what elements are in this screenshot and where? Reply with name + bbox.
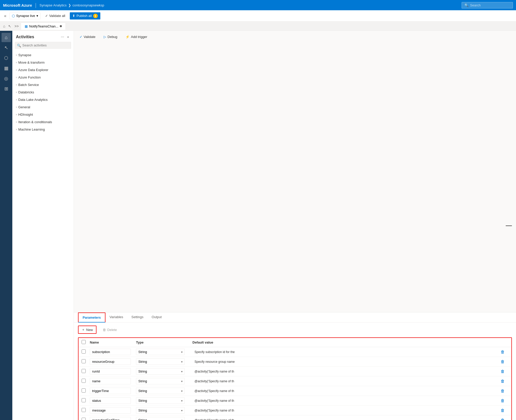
canvas-action-bar: ✓ Validate ▷ Debug ⚡ Add trigger <box>78 34 149 40</box>
row-type-select-5[interactable]: String Int Float Bool Array Object <box>136 397 185 404</box>
row-default-value-0[interactable]: Specify subscription id for the <box>192 349 499 355</box>
row-checkbox-2[interactable] <box>82 369 86 373</box>
pipeline-tab-name: NotifyTeamsChan... <box>29 24 58 28</box>
search-input[interactable] <box>15 42 71 49</box>
select-all-checkbox[interactable] <box>82 340 86 344</box>
publish-all-button[interactable]: ⬆ Publish all 1 <box>70 12 100 19</box>
row-default-value-1[interactable]: Specify resource group name <box>192 359 499 365</box>
row-delete-cell-1: 🗑 <box>499 359 508 365</box>
row-type-select-0[interactable]: String Int Float Bool Array Object <box>136 349 185 355</box>
activity-group-batch-header[interactable]: › Batch Service <box>12 81 74 89</box>
validate-button[interactable]: ✓ Validate <box>78 34 97 40</box>
row-type-wrapper-3: String Int Float Bool Array Object <box>136 378 185 384</box>
validate-all-button[interactable]: ✓ Validate all <box>43 13 68 19</box>
delete-parameter-button[interactable]: 🗑 Delete <box>100 327 120 333</box>
row-name-input-4[interactable] <box>90 388 131 394</box>
collapse-panel-btn[interactable]: « <box>66 34 70 40</box>
activities-panel: Activities ⋯ « 🔍 › Synapse › Move & tran… <box>12 31 74 420</box>
tab-parameters[interactable]: Parameters <box>78 312 105 323</box>
activity-group-datalake-header[interactable]: › Data Lake Analytics <box>12 96 74 103</box>
collapse-line <box>506 226 512 226</box>
row-checkbox-3[interactable] <box>82 379 86 383</box>
row-type-select-6[interactable]: String Int Float Bool Array Object <box>136 407 185 414</box>
tab-variables[interactable]: Variables <box>105 312 127 323</box>
row-type-select-3[interactable]: String Int Float Bool Array Object <box>136 378 185 384</box>
row-delete-button-0[interactable]: 🗑 <box>499 349 506 355</box>
plus-icon: ＋ <box>82 327 85 332</box>
global-search[interactable]: 🔍 Search <box>462 2 513 8</box>
row-type-select-7[interactable]: String Int Float Bool Array Object <box>136 417 185 420</box>
group-label: Batch Service <box>18 83 39 87</box>
row-name-input-0[interactable] <box>90 349 131 355</box>
row-checkbox-0[interactable] <box>82 349 86 354</box>
activity-group-general-header[interactable]: › General <box>12 103 74 111</box>
separator: | <box>35 2 36 8</box>
table-row: String Int Float Bool Array Object Speci… <box>79 357 511 367</box>
row-name-input-3[interactable] <box>90 378 131 384</box>
add-trigger-label: Add trigger <box>131 35 147 39</box>
activity-group-batch: › Batch Service <box>12 81 74 89</box>
activity-group-hdinsight-header[interactable]: › HDInsight <box>12 111 74 118</box>
row-default-value-6[interactable]: @activity('Specify name of th <box>192 408 499 413</box>
row-delete-button-2[interactable]: 🗑 <box>499 369 506 374</box>
row-delete-button-3[interactable]: 🗑 <box>499 378 506 384</box>
sidebar-item-cursor[interactable]: ↖ <box>2 43 11 52</box>
tab-settings[interactable]: Settings <box>127 312 148 323</box>
activity-group-databricks-header[interactable]: › Databricks <box>12 89 74 96</box>
expand-panel-btn[interactable]: ⋯ <box>60 34 65 40</box>
sidebar-item-monitor[interactable]: ◎ <box>2 74 11 83</box>
row-checkbox-7[interactable] <box>82 418 86 420</box>
sidebar-item-pipelines[interactable]: ▦ <box>2 64 11 73</box>
sidebar-item-data[interactable]: ⬡ <box>2 53 11 63</box>
row-type-select-1[interactable]: String Int Float Bool Array Object <box>136 358 185 365</box>
row-checkbox-cell-1 <box>82 359 90 364</box>
debug-button[interactable]: ▷ Debug <box>102 34 119 40</box>
row-checkbox-6[interactable] <box>82 408 86 412</box>
sidebar-item-manage[interactable]: ⊞ <box>2 84 11 93</box>
row-name-input-2[interactable] <box>90 368 131 375</box>
row-default-value-7[interactable]: @activity('Specify name of th <box>192 417 499 420</box>
row-default-value-4[interactable]: @activity('Specify name of th <box>192 388 499 394</box>
sidebar-item-home[interactable]: ⌂ <box>2 33 11 42</box>
nav-forward-btn[interactable]: ↖ <box>7 23 12 29</box>
row-delete-button-1[interactable]: 🗑 <box>499 359 506 365</box>
activity-group-iteration-header[interactable]: › Iteration & conditionals <box>12 118 74 126</box>
pipeline-tab[interactable]: ▦ NotifyTeamsChan... <box>21 23 66 30</box>
synapse-live-dropdown[interactable]: ⬡ Synapse live ▾ <box>9 13 41 19</box>
row-name-cell-1 <box>90 358 136 365</box>
activity-group-explorer-header[interactable]: › Azure Data Explorer <box>12 66 74 74</box>
activity-group-synapse-header[interactable]: › Synapse <box>12 51 74 59</box>
row-delete-button-5[interactable]: 🗑 <box>499 398 506 404</box>
chevron-right-icon: › <box>16 54 17 56</box>
tab-output[interactable]: Output <box>148 312 166 323</box>
row-name-input-7[interactable] <box>90 417 131 420</box>
row-type-select-4[interactable]: String Int Float Bool Array Object <box>136 388 185 394</box>
nav-back-btn[interactable]: ⌂ <box>2 23 6 29</box>
row-delete-button-7[interactable]: 🗑 <box>499 417 506 420</box>
activity-group-function-header[interactable]: › Azure Function <box>12 74 74 81</box>
row-type-select-2[interactable]: String Int Float Bool Array Object <box>136 368 185 375</box>
activity-group-move-header[interactable]: › Move & transform <box>12 59 74 66</box>
row-checkbox-5[interactable] <box>82 398 86 402</box>
row-default-value-3[interactable]: @activity('Specify name of th <box>192 378 499 384</box>
row-default-value-5[interactable]: @activity('Specify name of th <box>192 398 499 404</box>
row-delete-button-6[interactable]: 🗑 <box>499 408 506 413</box>
row-name-input-5[interactable] <box>90 397 131 404</box>
expand-collapse-btn[interactable]: « <box>3 13 7 19</box>
row-name-input-6[interactable] <box>90 407 131 414</box>
activity-group-ml-header[interactable]: › Machine Learning <box>12 126 74 133</box>
row-checkbox-4[interactable] <box>82 388 86 393</box>
publish-all-label: Publish all <box>76 14 92 18</box>
row-name-input-1[interactable] <box>90 358 131 365</box>
row-checkbox-1[interactable] <box>82 359 86 363</box>
new-parameter-button[interactable]: ＋ New <box>78 326 96 334</box>
row-default-value-2[interactable]: @activity('Specify name of th <box>192 369 499 374</box>
product-name[interactable]: Synapse Analytics <box>40 3 67 7</box>
activity-group-explorer: › Azure Data Explorer <box>12 66 74 74</box>
debug-icon: ▷ <box>104 35 106 39</box>
add-trigger-button[interactable]: ⚡ Add trigger <box>124 34 149 40</box>
workspace-name[interactable]: contososynapsewksp <box>73 3 104 7</box>
row-name-cell-7 <box>90 417 136 420</box>
expand-btn[interactable]: >> <box>13 23 20 29</box>
row-delete-button-4[interactable]: 🗑 <box>499 388 506 394</box>
